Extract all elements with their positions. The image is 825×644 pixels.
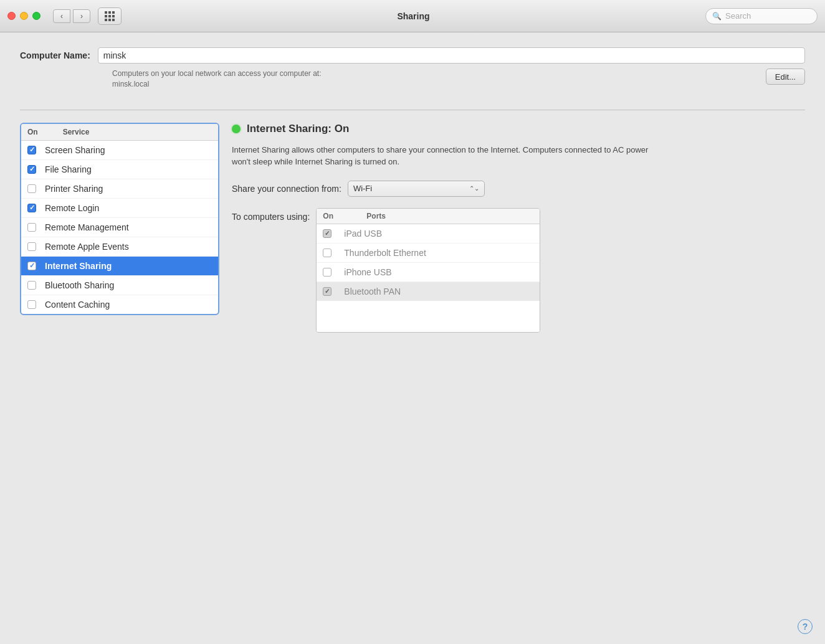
port-row[interactable]: ✓Bluetooth PAN — [317, 282, 540, 301]
share-from-value: Wi-Fi — [353, 184, 372, 193]
back-button[interactable]: ‹ — [53, 9, 70, 23]
to-computers-row: To computers using: On Ports ✓iPad USBTh… — [232, 208, 805, 333]
service-row[interactable]: Printer Sharing — [21, 179, 218, 199]
services-header: On Service — [21, 124, 218, 141]
search-icon: 🔍 — [712, 12, 722, 21]
service-checkbox[interactable]: ✓ — [27, 146, 36, 154]
services-col-service: Service — [63, 128, 90, 136]
select-arrow-icon: ⌃⌄ — [469, 185, 479, 192]
port-name: Thunderbolt Ethernet — [344, 248, 426, 258]
ports-empty-space — [317, 301, 540, 332]
service-name: File Sharing — [45, 164, 92, 174]
port-checkmark-icon: ✓ — [325, 288, 330, 295]
share-from-label: Share your connection from: — [232, 184, 341, 194]
divider — [20, 110, 805, 110]
grid-button[interactable] — [98, 7, 122, 25]
share-from-select[interactable]: Wi-Fi ⌃⌄ — [348, 181, 485, 197]
service-checkbox[interactable]: ✓ — [27, 262, 36, 270]
checkmark-icon: ✓ — [29, 146, 35, 153]
services-panel: On Service ✓Screen Sharing✓File SharingP… — [20, 123, 219, 315]
service-row[interactable]: ✓Screen Sharing — [21, 141, 218, 160]
forward-button[interactable]: › — [73, 9, 90, 23]
share-from-row: Share your connection from: Wi-Fi ⌃⌄ — [232, 181, 805, 197]
minimize-button[interactable] — [20, 12, 28, 20]
grid-icon — [105, 11, 115, 21]
service-checkbox[interactable] — [27, 300, 36, 309]
service-checkbox[interactable] — [27, 223, 36, 232]
service-checkbox[interactable]: ✓ — [27, 165, 36, 174]
main-content: Computer Name: Computers on your local n… — [0, 32, 825, 348]
status-title: Internet Sharing: On — [247, 123, 349, 135]
service-row[interactable]: ✓Internet Sharing — [21, 257, 218, 276]
titlebar: ‹ › Sharing 🔍 Search — [0, 0, 825, 32]
port-row[interactable]: Thunderbolt Ethernet — [317, 244, 540, 263]
status-dot — [232, 125, 241, 133]
to-computers-label: To computers using: — [232, 208, 310, 222]
computer-name-sub: Computers on your local network can acce… — [20, 69, 805, 90]
content-wrapper: Computer Name: Computers on your local n… — [0, 32, 825, 644]
port-checkbox[interactable] — [323, 249, 331, 257]
service-checkbox[interactable] — [27, 281, 36, 290]
computer-name-section: Computer Name: Computers on your local n… — [20, 47, 805, 90]
service-row[interactable]: ✓Remote Login — [21, 199, 218, 218]
maximize-button[interactable] — [32, 12, 41, 20]
service-row[interactable]: ✓File Sharing — [21, 160, 218, 179]
checkmark-icon: ✓ — [29, 204, 35, 211]
help-button[interactable]: ? — [798, 619, 813, 634]
close-button[interactable] — [7, 12, 16, 20]
computer-name-label: Computer Name: — [20, 50, 90, 60]
ports-col-name: Ports — [366, 212, 386, 220]
port-name: iPad USB — [344, 229, 382, 239]
computer-name-row: Computer Name: — [20, 47, 805, 64]
ports-table-header: On Ports — [317, 209, 540, 224]
ports-table: On Ports ✓iPad USBThunderbolt EthernetiP… — [316, 208, 540, 333]
service-name: Printer Sharing — [45, 184, 103, 194]
status-row: Internet Sharing: On — [232, 123, 805, 135]
services-list: ✓Screen Sharing✓File SharingPrinter Shar… — [21, 141, 218, 314]
service-row[interactable]: Bluetooth Sharing — [21, 276, 218, 295]
port-checkmark-icon: ✓ — [325, 230, 330, 237]
service-checkbox[interactable] — [27, 242, 36, 251]
detail-panel: Internet Sharing: On Internet Sharing al… — [232, 123, 805, 333]
ports-list: ✓iPad USBThunderbolt EthernetiPhone USB✓… — [317, 224, 540, 301]
computer-name-input[interactable] — [98, 47, 805, 64]
service-name: Internet Sharing — [45, 261, 112, 271]
window-title: Sharing — [126, 11, 700, 21]
computer-name-sub-text: Computers on your local network can acce… — [112, 69, 758, 90]
port-row[interactable]: iPhone USB — [317, 263, 540, 282]
service-name: Remote Management — [45, 222, 129, 232]
checkmark-icon: ✓ — [29, 262, 35, 269]
port-checkbox[interactable] — [323, 268, 331, 277]
description-text: Internet Sharing allows other computers … — [232, 144, 668, 168]
port-row[interactable]: ✓iPad USB — [317, 224, 540, 244]
port-name: Bluetooth PAN — [344, 286, 401, 296]
service-checkbox[interactable] — [27, 184, 36, 193]
service-name: Remote Apple Events — [45, 242, 129, 252]
service-row[interactable]: Content Caching — [21, 295, 218, 314]
checkmark-icon: ✓ — [29, 166, 35, 173]
search-box[interactable]: 🔍 Search — [705, 8, 818, 24]
traffic-lights — [7, 12, 41, 20]
help-button-container: ? — [798, 619, 813, 634]
nav-buttons: ‹ › — [53, 9, 90, 23]
service-row[interactable]: Remote Management — [21, 218, 218, 237]
search-placeholder: Search — [725, 11, 751, 21]
service-name: Content Caching — [45, 300, 110, 310]
service-checkbox[interactable]: ✓ — [27, 204, 36, 212]
service-name: Bluetooth Sharing — [45, 280, 114, 290]
port-checkbox[interactable]: ✓ — [323, 229, 331, 238]
service-row[interactable]: Remote Apple Events — [21, 237, 218, 257]
port-name: iPhone USB — [344, 267, 391, 277]
service-name: Remote Login — [45, 203, 99, 213]
port-checkbox[interactable]: ✓ — [323, 287, 331, 296]
service-name: Screen Sharing — [45, 145, 105, 155]
ports-col-on: On — [323, 212, 354, 220]
services-col-on: On — [27, 128, 38, 136]
two-column-layout: On Service ✓Screen Sharing✓File SharingP… — [20, 123, 805, 333]
edit-button[interactable]: Edit... — [766, 69, 805, 85]
